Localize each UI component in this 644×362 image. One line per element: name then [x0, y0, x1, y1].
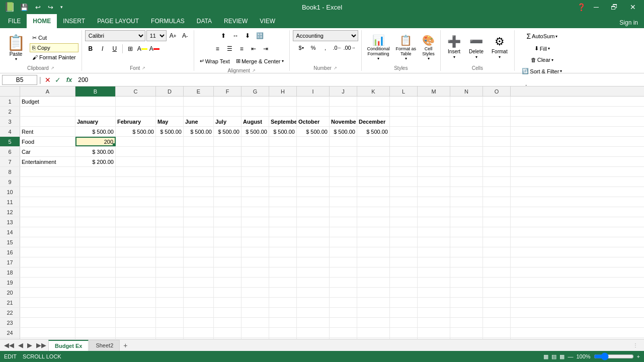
- cell-o11[interactable]: [483, 197, 511, 207]
- cell-d21[interactable]: [156, 298, 184, 307]
- cell-e15[interactable]: [184, 237, 214, 247]
- cell-g1[interactable]: [242, 97, 269, 106]
- add-sheet-btn[interactable]: +: [120, 341, 130, 349]
- cell-g8[interactable]: [242, 167, 269, 176]
- font-expand-icon[interactable]: ↗: [142, 66, 145, 70]
- cell-e16[interactable]: [184, 247, 214, 257]
- cell-k15[interactable]: [357, 237, 390, 247]
- align-center-btn[interactable]: ☰: [224, 43, 235, 54]
- cell-a13[interactable]: [20, 217, 75, 227]
- row-num-24[interactable]: 24: [0, 328, 20, 337]
- autosum-btn[interactable]: Σ AutoSum ▾: [524, 30, 560, 42]
- cell-o20[interactable]: [483, 288, 511, 297]
- merge-dropdown-icon[interactable]: ▾: [282, 59, 284, 63]
- cell-l4[interactable]: [390, 127, 418, 136]
- cell-c19[interactable]: [116, 278, 156, 287]
- sheet-tab-sheet2[interactable]: Sheet2: [89, 340, 120, 351]
- cell-m8[interactable]: [418, 167, 450, 176]
- cell-l8[interactable]: [390, 167, 418, 176]
- insert-btn[interactable]: ➕ Insert ▾: [444, 33, 464, 61]
- cell-h5[interactable]: [269, 137, 297, 146]
- cell-k1[interactable]: [357, 97, 390, 106]
- cell-k18[interactable]: [357, 267, 390, 277]
- cell-n12[interactable]: [450, 207, 483, 217]
- cell-h9[interactable]: [269, 177, 297, 187]
- cell-e6[interactable]: [184, 147, 214, 156]
- cell-g16[interactable]: [242, 247, 269, 257]
- row-num-10[interactable]: 10: [0, 187, 20, 197]
- cell-k10[interactable]: [357, 187, 390, 197]
- cell-o2[interactable]: [483, 107, 511, 116]
- cell-e17[interactable]: [184, 257, 214, 267]
- sheet-tab-budget-ex[interactable]: Budget Ex: [48, 340, 89, 351]
- cell-j5[interactable]: [330, 137, 357, 146]
- cell-o17[interactable]: [483, 257, 511, 267]
- italic-btn[interactable]: I: [97, 43, 108, 54]
- cell-c16[interactable]: [116, 247, 156, 257]
- cell-e18[interactable]: [184, 267, 214, 277]
- row-num-17[interactable]: 17: [0, 257, 20, 267]
- col-header-j[interactable]: J: [330, 86, 357, 97]
- cell-b7[interactable]: $ 200.00: [75, 157, 116, 166]
- cell-m4[interactable]: [418, 127, 450, 136]
- cell-k14[interactable]: [357, 227, 390, 237]
- cell-b14[interactable]: [75, 227, 116, 237]
- cell-i24[interactable]: [297, 328, 330, 337]
- cell-d9[interactable]: [156, 177, 184, 187]
- tab-formulas[interactable]: FORMULAS: [145, 14, 191, 28]
- cell-j23[interactable]: [330, 318, 357, 327]
- row-num-11[interactable]: 11: [0, 197, 20, 207]
- cell-b22[interactable]: [75, 308, 116, 317]
- cell-styles-dropdown-icon[interactable]: ▾: [428, 56, 430, 61]
- cell-c8[interactable]: [116, 167, 156, 176]
- cell-a14[interactable]: [20, 227, 75, 237]
- cell-g14[interactable]: [242, 227, 269, 237]
- cell-e22[interactable]: [184, 308, 214, 317]
- cell-e21[interactable]: [184, 298, 214, 307]
- sign-in-btn[interactable]: Sign in: [613, 17, 644, 28]
- cell-i23[interactable]: [297, 318, 330, 327]
- cell-h18[interactable]: [269, 267, 297, 277]
- cell-i18[interactable]: [297, 267, 330, 277]
- cell-g7[interactable]: [242, 157, 269, 166]
- cell-g23[interactable]: [242, 318, 269, 327]
- cell-m12[interactable]: [418, 207, 450, 217]
- cell-i15[interactable]: [297, 237, 330, 247]
- align-bottom-btn[interactable]: ⬇: [242, 30, 253, 41]
- row-num-2[interactable]: 2: [0, 107, 20, 116]
- cell-m20[interactable]: [418, 288, 450, 297]
- cell-e1[interactable]: [184, 97, 214, 106]
- cell-d2[interactable]: [156, 107, 184, 116]
- cell-b23[interactable]: [75, 318, 116, 327]
- font-color-btn[interactable]: A: [149, 43, 160, 54]
- cell-g22[interactable]: [242, 308, 269, 317]
- cell-a24[interactable]: [20, 328, 75, 337]
- row-num-13[interactable]: 13: [0, 217, 20, 227]
- col-header-n[interactable]: N: [450, 86, 483, 97]
- increase-decimal-btn[interactable]: .00→: [344, 42, 355, 53]
- cell-h24[interactable]: [269, 328, 297, 337]
- cell-e2[interactable]: [184, 107, 214, 116]
- cell-n18[interactable]: [450, 267, 483, 277]
- cell-j20[interactable]: [330, 288, 357, 297]
- cell-a7[interactable]: Entertainment: [20, 157, 75, 166]
- merge-center-btn[interactable]: ⊞ Merge & Center ▾: [233, 56, 286, 66]
- cell-d14[interactable]: [156, 227, 184, 237]
- cell-n8[interactable]: [450, 167, 483, 176]
- cell-b17[interactable]: [75, 257, 116, 267]
- cell-l15[interactable]: [390, 237, 418, 247]
- fill-dropdown-icon[interactable]: ▾: [548, 46, 550, 51]
- cell-d3[interactable]: May: [156, 117, 184, 126]
- cell-h13[interactable]: [269, 217, 297, 227]
- cell-c5[interactable]: [116, 137, 156, 146]
- cell-e9[interactable]: [184, 177, 214, 187]
- cell-b10[interactable]: [75, 187, 116, 197]
- cell-f12[interactable]: [214, 207, 242, 217]
- cell-n6[interactable]: [450, 147, 483, 156]
- cell-o4[interactable]: [483, 127, 511, 136]
- cell-h20[interactable]: [269, 288, 297, 297]
- decrease-indent-btn[interactable]: ⇤: [248, 43, 259, 54]
- cell-e14[interactable]: [184, 227, 214, 237]
- cell-k23[interactable]: [357, 318, 390, 327]
- cell-c4[interactable]: $ 500.00: [116, 127, 156, 136]
